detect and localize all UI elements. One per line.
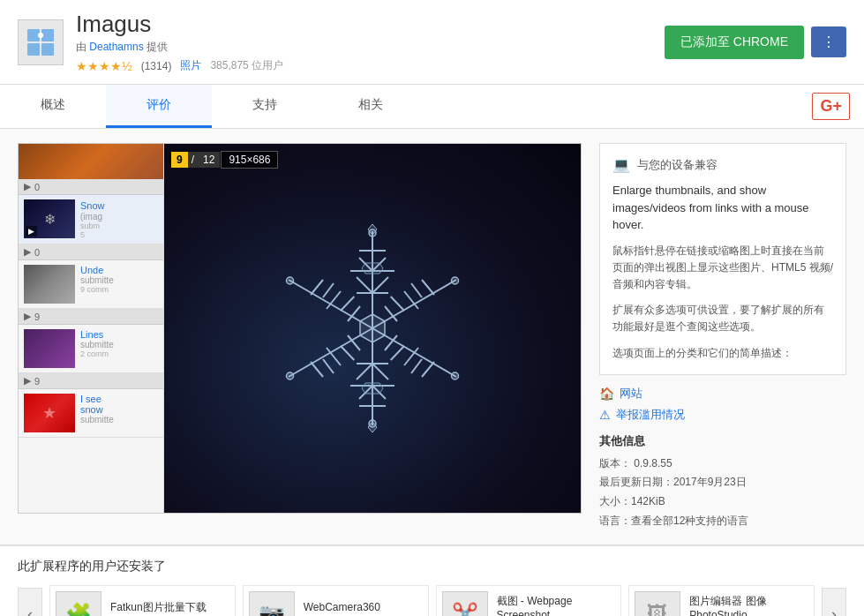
camera-icon: 📷 (259, 602, 285, 616)
version-value: 0.9.8.55 (634, 457, 672, 470)
share-button[interactable]: ⋮ (811, 26, 846, 57)
thumb-texture-img (24, 265, 75, 304)
home-icon: 🏠 (599, 387, 614, 401)
report-link[interactable]: ⚠ 举报滥用情况 (599, 407, 846, 423)
svg-rect-0 (27, 29, 40, 41)
thumb-nav-arrow3[interactable]: ▶ (24, 311, 31, 322)
thumb-nav-arrow[interactable]: ▶ (24, 181, 31, 192)
gplus-area: G+ (798, 85, 864, 128)
svg-point-50 (452, 277, 459, 284)
list-item[interactable]: ★ I see snow submitte (19, 389, 163, 438)
compat-header: 💻 与您的设备兼容 (612, 156, 833, 173)
provider-line: 由 Deathamns 提供 (76, 40, 665, 55)
tab-support[interactable]: 支持 (212, 85, 318, 128)
svg-line-10 (372, 277, 388, 293)
svg-point-53 (452, 372, 459, 379)
thumb-nav-arrow2[interactable]: ▶ (24, 246, 31, 258)
counter-separator: / (188, 152, 198, 168)
compat-desc-zh2: 扩展有众多选项可供设置，要了解扩展的所有功能最好是逛个查阅这些选项。 (612, 302, 833, 335)
photo-editor-icon: 🖼 (647, 602, 668, 616)
svg-point-4 (38, 33, 43, 38)
app-icon-3: ✂️ (442, 591, 488, 616)
svg-marker-45 (360, 314, 385, 342)
thumb-nav-arrow4[interactable]: ▶ (24, 375, 31, 387)
thumb-texture-info: Unde submitte 9 comm (80, 265, 114, 294)
version-row: 版本： 0.9.8.55 (599, 454, 846, 474)
list-item[interactable]: Lines submitte 2 comm (19, 325, 163, 373)
svg-line-43 (391, 346, 404, 360)
nav-tabs: 概述 评价 支持 相关 G+ (0, 85, 864, 129)
app-card: 📷 WebCamera360 ★★★★★ (319) (243, 585, 429, 616)
list-item[interactable]: ❄ ▶ Snow (imag subm 5 (19, 195, 163, 244)
header-meta: ★★★★½ (1314) 照片 385,875 位用户 (76, 58, 665, 73)
users-count: 385,875 位用户 (210, 58, 283, 73)
gallery-section: ▶ 0 ❄ ▶ Snow (imag subm 5 (18, 143, 582, 530)
report-label: 举报滥用情况 (616, 407, 685, 423)
svg-point-49 (369, 420, 376, 427)
svg-marker-55 (362, 383, 383, 394)
counter-size: 915×686 (221, 151, 278, 169)
app-card: ✂️ 截图 - Webpage Screenshot ★★★★½ (748) (436, 585, 622, 616)
image-counter: 9 / 12 915×686 (171, 151, 278, 169)
svg-line-32 (323, 359, 334, 373)
install-button[interactable]: 已添加至 CHROME (665, 26, 804, 59)
app-name-3: 截图 - Webpage Screenshot (497, 594, 616, 616)
share-icon: ⋮ (822, 34, 836, 49)
nav-next[interactable]: › (822, 588, 846, 616)
svg-line-31 (341, 346, 354, 360)
size-row: 大小：142KiB (599, 492, 846, 512)
thumb-snow-img: ❄ ▶ (24, 199, 75, 238)
svg-rect-1 (41, 29, 54, 41)
thumb-snow-title: Snow (80, 199, 105, 212)
svg-rect-2 (27, 43, 40, 56)
date-row: 最后更新日期：2017年9月23日 (599, 473, 846, 492)
compat-desc-zh3: 选项页面上的分类和它们的简单描述： (612, 345, 833, 362)
compat-desc-zh1: 鼠标指针悬停在链接或缩略图上时直接在当前页面的弹出视图上显示这些图片、HTML5… (612, 243, 833, 294)
svg-line-28 (348, 335, 360, 350)
recommended-apps: ‹ 🧩 Fatkun图片批量下载 ★★★★★ (1264) 📷 WebCamer… (18, 585, 846, 616)
website-link[interactable]: 🏠 网站 (599, 386, 846, 402)
counter-total: 12 (198, 152, 220, 168)
puzzle-icon (24, 26, 57, 59)
thumb-nav-num: 0 (34, 182, 40, 192)
svg-line-36 (311, 280, 323, 295)
gallery-wrapper: ▶ 0 ❄ ▶ Snow (imag subm 5 (18, 143, 582, 514)
svg-marker-54 (362, 263, 383, 274)
svg-line-40 (385, 335, 397, 350)
svg-line-22 (385, 306, 397, 321)
stars-display: ★★★★½ (76, 59, 132, 73)
list-item[interactable]: Unde submitte 9 comm (19, 260, 163, 309)
compat-desc-en: Enlarge thumbnails, and show images/vide… (612, 182, 833, 234)
header-info: Imagus 由 Deathamns 提供 ★★★★½ (1314) 照片 38… (76, 11, 665, 73)
thumb-top-item (19, 144, 163, 179)
gplus-button[interactable]: G+ (812, 93, 850, 120)
app-logo (18, 19, 64, 65)
app-title: Imagus (76, 11, 665, 38)
svg-line-25 (391, 297, 404, 311)
svg-line-26 (411, 283, 422, 297)
svg-line-30 (311, 362, 323, 377)
thumb-purple-img (24, 329, 75, 368)
sidebar-links: 🏠 网站 ⚠ 举报滥用情况 (599, 386, 846, 423)
tab-related[interactable]: 相关 (318, 85, 424, 128)
thumb-red-info: I see snow submitte (80, 394, 114, 424)
thumb-purple-info: Lines submitte 2 comm (80, 329, 114, 358)
screenshots-link[interactable]: 照片 (180, 58, 201, 73)
thumb-red-img: ★ (24, 394, 75, 432)
header: Imagus 由 Deathamns 提供 ★★★★½ (1314) 照片 38… (0, 0, 864, 85)
provider-link[interactable]: Deathamns (89, 41, 143, 53)
bottom-title: 此扩展程序的用户还安装了 (18, 559, 846, 575)
provider-suffix: 提供 (147, 41, 168, 53)
svg-point-48 (369, 229, 376, 237)
bottom-section: 此扩展程序的用户还安装了 ‹ 🧩 Fatkun图片批量下载 ★★★★★ (126… (0, 545, 864, 616)
tab-reviews[interactable]: 评价 (106, 85, 212, 128)
main-image-area: 9 / 12 915×686 (164, 144, 581, 513)
header-actions: 已添加至 CHROME ⋮ (665, 26, 846, 59)
nav-prev[interactable]: ‹ (18, 588, 42, 616)
screenshot-icon: ✂️ (452, 602, 478, 616)
svg-line-34 (348, 306, 360, 321)
tab-overview[interactable]: 概述 (0, 85, 106, 128)
app-icon-2: 📷 (249, 591, 295, 616)
thumb-nav-row2: ▶ 0 (19, 244, 163, 260)
app-name-4: 图片编辑器 图像 PhotoStudio (689, 594, 808, 616)
